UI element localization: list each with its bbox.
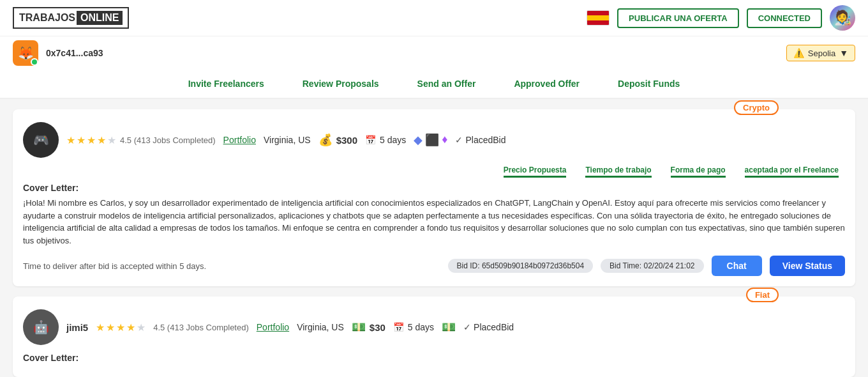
days-block-2: 📅 5 days: [393, 322, 434, 332]
star2-2: ★: [106, 321, 115, 334]
days-block-1: 📅 5 days: [365, 135, 406, 145]
publish-offer-button[interactable]: PUBLICAR UNA OFERTA: [617, 8, 739, 28]
check-icon-2: ✓: [463, 322, 471, 332]
crypto-badge: Crypto: [734, 100, 779, 115]
ethereum-icon: ◆: [414, 133, 423, 147]
warning-icon: ⚠️: [793, 48, 804, 58]
nav-deposit-funds[interactable]: Deposit Funds: [618, 79, 680, 89]
col-label-forma: Forma de pago: [671, 165, 726, 178]
user-avatar[interactable]: 🧑‍🎨: [830, 5, 855, 31]
diamond-icon: ♦: [442, 133, 447, 147]
location-2: Virginia, US: [297, 322, 344, 332]
cover-label-2: Cover Letter:: [23, 353, 845, 363]
logo-online: ONLINE: [77, 11, 123, 25]
placed-bid-2: ✓ PlacedBid: [463, 322, 514, 332]
col-label-aceptada: aceptada por el Freelance: [745, 165, 839, 178]
cover-label-1: Cover Letter:: [23, 183, 845, 193]
freelancer-name-2: jimi5: [66, 322, 88, 333]
cover-text-1: ¡Hola! Mi nombre es Carlos, y soy un des…: [23, 197, 845, 247]
star-rating-2: ★ ★ ★ ★ ★: [96, 321, 146, 334]
connected-button[interactable]: CONNECTED: [747, 8, 822, 28]
days-text-1: 5 days: [380, 135, 406, 145]
network-selector[interactable]: ⚠️ Sepolia ▼: [786, 45, 855, 61]
star-3: ★: [87, 134, 96, 146]
wallet-row: 🦊 0x7c41...ca93 ⚠️ Sepolia ▼: [0, 36, 868, 70]
check-icon-1: ✓: [455, 135, 463, 145]
freelancer-avatar-2: 🤖: [23, 309, 59, 345]
rating-text-1: 4.5 (413 Jobs Completed): [120, 135, 216, 145]
portfolio-link-2[interactable]: Portfolio: [257, 322, 289, 332]
flag-icon: [587, 10, 610, 26]
portfolio-link-1[interactable]: Portfolio: [223, 135, 256, 145]
bid-id-tag: Bid ID: 65d509b90184b0972d36b504: [448, 259, 594, 273]
cube-icon: ⬛: [425, 133, 439, 147]
col-label-precio: Precio Propuesta: [504, 165, 567, 178]
price-text-2: $30: [370, 322, 385, 333]
placed-bid-label-1: PlacedBid: [465, 135, 505, 145]
calendar-icon-1: 📅: [365, 135, 376, 145]
price-block-2: 💵 $30: [352, 320, 385, 334]
days-text-2: 5 days: [408, 322, 434, 332]
chevron-down-icon: ▼: [839, 48, 848, 58]
money-bag-icon-2: 💵: [352, 320, 366, 334]
star2-3: ★: [116, 321, 125, 334]
freelancer-avatar-1: 🎮: [23, 122, 59, 158]
placed-bid-label-2: PlacedBid: [474, 322, 514, 332]
star-4: ★: [97, 134, 106, 146]
wallet-address: 0x7c41...ca93: [46, 48, 103, 58]
bid-time-tag: Bid Time: 02/20/24 21:02: [601, 259, 703, 273]
nav-review-proposals[interactable]: Review Proposals: [303, 79, 379, 89]
star-5-empty: ★: [107, 134, 116, 146]
view-status-button[interactable]: View Status: [770, 256, 845, 276]
site-logo: TRABAJOS ONLINE: [13, 7, 129, 29]
fiat-badge: Fiat: [746, 288, 779, 302]
avatar-image-2: 🤖: [23, 309, 59, 345]
star2-4: ★: [126, 321, 135, 334]
star2-5-empty: ★: [137, 321, 146, 334]
network-name: Sepolia: [808, 49, 835, 58]
money-bag-icon: 💰: [318, 133, 333, 147]
star2-1: ★: [96, 321, 105, 334]
card-footer-1: Time to deliver after bid is accepted wi…: [23, 256, 845, 276]
location-1: Virginia, US: [264, 135, 311, 145]
star-rating-1: ★ ★ ★ ★ ★: [66, 134, 116, 146]
connected-dot: [31, 58, 38, 66]
deliver-text-1: Time to deliver after bid is accepted wi…: [23, 261, 440, 271]
metamask-wallet: 🦊: [13, 40, 38, 66]
proposal-card-2: Fiat 🤖 jimi5 ★ ★ ★ ★ ★ 4.5 (413 Jobs Com…: [13, 296, 855, 377]
dollar-icon: 💵: [442, 320, 456, 334]
col-labels-row: Precio Propuesta Tiempo de trabajo Forma…: [23, 165, 845, 178]
rating-text-2: 4.5 (413 Jobs Completed): [153, 323, 249, 332]
nav-invite-freelancers[interactable]: Invite Freelancers: [188, 79, 264, 89]
nav-approved-offer[interactable]: Approved Offer: [514, 79, 580, 89]
logo-trabajos: TRABAJOS: [19, 12, 75, 24]
payment-icons-2: 💵: [442, 320, 456, 334]
price-text-1: $300: [336, 135, 357, 146]
placed-bid-1: ✓ PlacedBid: [455, 135, 505, 145]
chat-button[interactable]: Chat: [712, 256, 762, 276]
calendar-icon-2: 📅: [393, 322, 404, 332]
star-1: ★: [66, 134, 75, 146]
nav-send-offer[interactable]: Send an Offer: [417, 79, 476, 89]
col-label-tiempo: Tiempo de trabajo: [585, 165, 651, 178]
price-block-1: 💰 $300: [318, 133, 357, 147]
payment-icons-1: ◆ ⬛ ♦: [414, 133, 447, 147]
nav-bar: Invite Freelancers Review Proposals Send…: [0, 70, 868, 98]
proposal-card-1: Crypto 🎮 ★ ★ ★ ★ ★ 4.5 (413 Jobs Complet…: [13, 109, 855, 286]
avatar-image-1: 🎮: [23, 122, 59, 158]
star-2: ★: [77, 134, 86, 146]
